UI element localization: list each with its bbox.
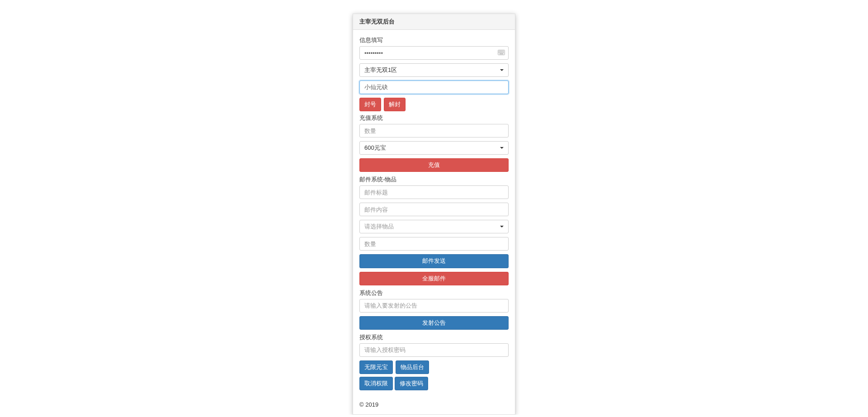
recharge-qty-input[interactable] (359, 124, 509, 137)
recharge-type-select[interactable]: 600元宝 (359, 141, 509, 155)
mail-qty-input[interactable] (359, 237, 509, 251)
chevron-down-icon (500, 147, 504, 149)
mail-content-input[interactable] (359, 203, 509, 216)
chevron-down-icon (500, 226, 504, 227)
unlimited-gold-button[interactable]: 无限元宝 (359, 360, 393, 374)
mail-broadcast-button[interactable]: 全服邮件 (359, 272, 509, 285)
announce-section-label: 系统公告 (359, 289, 509, 297)
server-select-value: 主宰无双1区 (364, 66, 397, 74)
recharge-type-value: 600元宝 (364, 144, 386, 152)
ban-button[interactable]: 封号 (359, 98, 381, 111)
change-password-button[interactable]: 修改密码 (395, 377, 428, 390)
mail-item-select[interactable]: 请选择物品 (359, 220, 509, 233)
mail-title-input[interactable] (359, 185, 509, 199)
chevron-down-icon (500, 69, 504, 71)
revoke-perm-button[interactable]: 取消权限 (359, 377, 393, 390)
password-input[interactable] (359, 46, 509, 60)
panel-title: 主宰无双后台 (353, 14, 515, 30)
announce-button[interactable]: 发射公告 (359, 316, 509, 330)
info-section-label: 信息填写 (359, 36, 509, 44)
auth-password-input[interactable] (359, 343, 509, 357)
mail-item-value: 请选择物品 (364, 223, 394, 231)
announce-input[interactable] (359, 299, 509, 313)
server-select[interactable]: 主宰无双1区 (359, 63, 509, 77)
auth-section-label: 授权系统 (359, 333, 509, 341)
mail-send-button[interactable]: 邮件发送 (359, 254, 509, 268)
mail-section-label: 邮件系统-物品 (359, 175, 509, 184)
admin-panel: 主宰无双后台 信息填写 主宰无双1区 封号 解封 充值系统 (353, 14, 515, 415)
panel-body: 信息填写 主宰无双1区 封号 解封 充值系统 600元宝 (353, 30, 515, 397)
recharge-section-label: 充值系统 (359, 114, 509, 122)
footer-copyright: © 2019 (353, 397, 515, 414)
player-input[interactable] (359, 81, 509, 94)
recharge-button[interactable]: 充值 (359, 158, 509, 172)
unban-button[interactable]: 解封 (384, 98, 406, 111)
item-admin-button[interactable]: 物品后台 (396, 360, 429, 374)
